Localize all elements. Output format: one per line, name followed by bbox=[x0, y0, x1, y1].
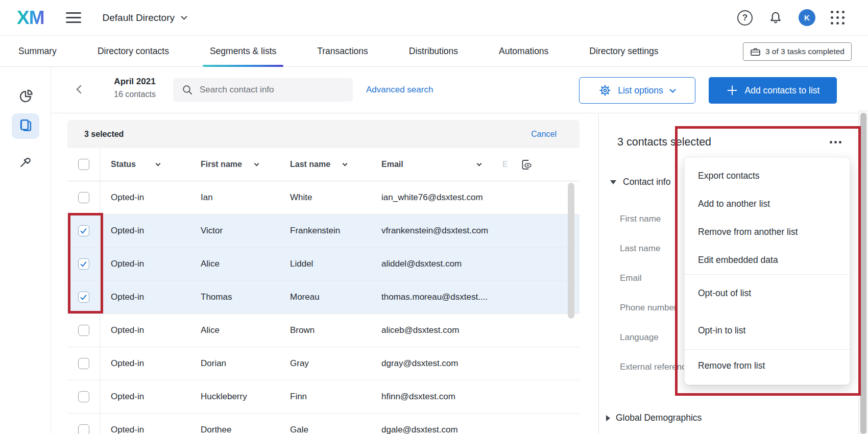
chevron-down-icon bbox=[155, 161, 160, 166]
row-checkbox[interactable] bbox=[78, 424, 89, 434]
table-header-row: Status First name Last name Email E bbox=[67, 148, 580, 181]
global-demographics-label: Global Demographics bbox=[616, 413, 702, 423]
add-contacts-label: Add contacts to list bbox=[745, 85, 820, 96]
cell-first-name: Dorian bbox=[190, 347, 279, 380]
list-options-button[interactable]: List options bbox=[579, 77, 695, 104]
menu-item-opt-in-to-list[interactable]: Opt-in to list bbox=[685, 312, 850, 349]
help-icon: ? bbox=[737, 10, 753, 26]
account-avatar[interactable]: K bbox=[799, 9, 815, 26]
tab-directory-settings[interactable]: Directory settings bbox=[589, 36, 658, 66]
cell-last-name: Frankenstein bbox=[279, 214, 371, 247]
cell-email: thomas.moreau@dsxtest.... bbox=[371, 281, 580, 314]
sample-eyedropper-icon[interactable] bbox=[12, 149, 39, 174]
more-options-button[interactable] bbox=[830, 141, 841, 143]
cell-status: Opted-in bbox=[100, 347, 190, 380]
row-checkbox[interactable] bbox=[78, 225, 89, 236]
menu-item-edit-embedded-data[interactable]: Edit embedded data bbox=[685, 246, 850, 274]
table-row[interactable]: Opted-in Dorian Gray dgray@dsxtest.com bbox=[67, 347, 580, 380]
tab-distributions[interactable]: Distributions bbox=[409, 36, 458, 66]
menu-item-remove-from-another-list[interactable]: Remove from another list bbox=[685, 218, 850, 246]
column-header-status[interactable]: Status bbox=[100, 148, 190, 181]
menu-item-remove-from-list[interactable]: Remove from list bbox=[685, 350, 850, 381]
cell-status: Opted-in bbox=[100, 214, 190, 247]
tasks-completed-button[interactable]: 3 of 3 tasks completed bbox=[743, 42, 852, 61]
selection-bar: 3 selected Cancel bbox=[67, 120, 580, 148]
row-checkbox[interactable] bbox=[78, 325, 89, 336]
cell-email: ian_white76@dsxtest.com bbox=[371, 181, 580, 214]
table-row[interactable]: Opted-in Alice Liddel aliddel@dsxtest.co… bbox=[67, 248, 580, 281]
table-row[interactable]: Opted-in Ian White ian_white76@dsxtest.c… bbox=[67, 181, 580, 214]
column-header-email[interactable]: Email E bbox=[371, 148, 580, 181]
field-label-language: Language bbox=[620, 323, 691, 352]
table-row[interactable]: Opted-in Victor Frankenstein vfrankenste… bbox=[67, 214, 580, 248]
cell-email: vfrankenstein@dsxtest.com bbox=[371, 214, 580, 247]
cell-status: Opted-in bbox=[100, 380, 190, 413]
menu-item-export-contacts[interactable]: Export contacts bbox=[685, 162, 850, 190]
cell-last-name: Brown bbox=[279, 314, 371, 347]
tab-automations[interactable]: Automations bbox=[499, 36, 548, 66]
table-scrollbar-thumb[interactable] bbox=[568, 183, 574, 319]
menu-item-opt-out-of-list[interactable]: Opt-out of list bbox=[685, 275, 850, 312]
xm-logo: XM bbox=[17, 7, 44, 29]
row-checkbox[interactable] bbox=[78, 292, 89, 303]
global-demographics-section-header[interactable]: Global Demographics bbox=[606, 413, 702, 423]
row-checkbox[interactable] bbox=[78, 192, 89, 203]
manage-columns-button[interactable] bbox=[520, 158, 533, 171]
directory-name: Default Directory bbox=[103, 12, 175, 23]
cell-first-name: Alice bbox=[190, 314, 279, 347]
contact-info-label: Contact info bbox=[623, 177, 670, 187]
segments-pie-icon[interactable] bbox=[12, 84, 39, 109]
advanced-search-link[interactable]: Advanced search bbox=[366, 85, 433, 95]
triangle-right-icon bbox=[606, 415, 610, 421]
checkmark-icon bbox=[80, 227, 87, 235]
cell-last-name: Liddel bbox=[279, 248, 371, 280]
page-scrollbar-thumb[interactable] bbox=[860, 113, 866, 434]
chevron-left-icon bbox=[77, 85, 85, 94]
cell-status: Opted-in bbox=[100, 414, 190, 434]
column-header-last-name[interactable]: Last name bbox=[279, 148, 371, 181]
search-input[interactable] bbox=[200, 85, 337, 95]
field-label-first-name: First name bbox=[620, 204, 691, 234]
list-title: April 2021 bbox=[106, 77, 163, 87]
add-contacts-to-list-button[interactable]: Add contacts to list bbox=[709, 77, 837, 104]
cancel-selection-button[interactable]: Cancel bbox=[531, 130, 557, 139]
row-checkbox[interactable] bbox=[78, 391, 89, 402]
help-button[interactable]: ? bbox=[737, 10, 753, 26]
table-row[interactable]: Opted-in Dorthee Gale dgale@dsxtest.com bbox=[67, 414, 580, 434]
briefcase-icon bbox=[750, 47, 761, 57]
field-label-email: Email bbox=[620, 263, 691, 293]
table-row[interactable]: Opted-in Thomas Moreau thomas.moreau@dsx… bbox=[67, 281, 580, 314]
left-icon-sidebar bbox=[0, 67, 51, 434]
apps-grid-button[interactable] bbox=[831, 11, 845, 25]
column-visibility-eye-icon bbox=[520, 158, 533, 171]
directory-selector[interactable]: Default Directory bbox=[103, 12, 187, 23]
cell-last-name: Moreau bbox=[279, 281, 371, 314]
tab-directory-contacts[interactable]: Directory contacts bbox=[98, 36, 169, 66]
column-header-first-name[interactable]: First name bbox=[190, 148, 279, 181]
tasks-completed-label: 3 of 3 tasks completed bbox=[765, 47, 845, 56]
cell-first-name: Thomas bbox=[190, 281, 279, 314]
table-row[interactable]: Opted-in Alice Brown aliceb@dsxtest.com bbox=[67, 314, 580, 347]
menu-item-add-to-another-list[interactable]: Add to another list bbox=[685, 190, 850, 218]
tab-segments-lists[interactable]: Segments & lists bbox=[210, 36, 276, 66]
cell-first-name: Alice bbox=[190, 248, 279, 280]
cell-last-name: Gale bbox=[279, 414, 371, 434]
contact-info-section-header[interactable]: Contact info bbox=[610, 177, 670, 187]
lists-notebook-icon[interactable] bbox=[12, 113, 39, 139]
back-button[interactable] bbox=[78, 86, 84, 94]
row-checkbox[interactable] bbox=[78, 358, 89, 369]
table-row[interactable]: Opted-in Huckleberry Finn hfinn@dsxtest.… bbox=[67, 380, 580, 414]
select-all-checkbox[interactable] bbox=[78, 159, 89, 170]
cell-first-name: Ian bbox=[190, 181, 279, 214]
cell-status: Opted-in bbox=[100, 281, 190, 314]
chevron-down-icon bbox=[343, 161, 348, 166]
field-label-phone-number: Phone number bbox=[620, 293, 691, 323]
tab-summary[interactable]: Summary bbox=[18, 36, 57, 66]
tab-transactions[interactable]: Transactions bbox=[317, 36, 368, 66]
contacts-table: 3 selected Cancel Status First name Last… bbox=[67, 120, 580, 434]
notifications-button[interactable] bbox=[768, 10, 783, 26]
row-checkbox[interactable] bbox=[78, 258, 89, 270]
hamburger-menu-icon[interactable] bbox=[66, 12, 81, 23]
field-label-external-reference: External reference bbox=[620, 352, 691, 382]
cell-status: Opted-in bbox=[100, 248, 190, 280]
